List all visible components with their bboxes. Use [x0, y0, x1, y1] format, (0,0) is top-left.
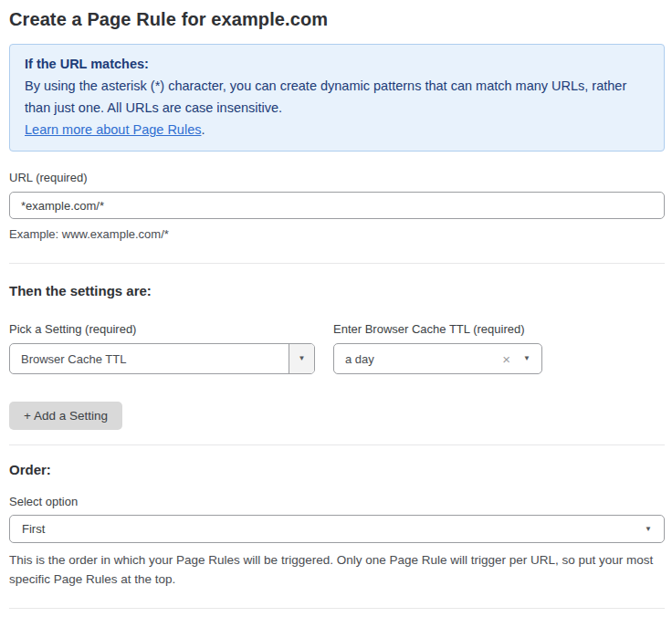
order-select-value: First — [22, 522, 45, 536]
settings-row: Pick a Setting (required) Browser Cache … — [9, 322, 665, 374]
url-field-label: URL (required) — [9, 171, 665, 184]
learn-more-link[interactable]: Learn more about Page Rules — [25, 122, 201, 137]
order-select[interactable]: First ▼ — [9, 515, 665, 543]
settings-section-heading: Then the settings are: — [9, 283, 665, 298]
cache-ttl-value: a day — [334, 352, 502, 366]
pick-setting-label: Pick a Setting (required) — [9, 322, 315, 336]
cache-ttl-dropdown[interactable]: a day × ▼ — [333, 343, 542, 374]
section-divider — [9, 444, 665, 445]
order-section-heading: Order: — [9, 462, 665, 477]
url-matches-info-banner: If the URL matches: By using the asteris… — [9, 44, 665, 152]
order-helper-text: This is the order in which your Page Rul… — [9, 550, 663, 589]
link-suffix: . — [201, 122, 205, 137]
info-banner-link-line: Learn more about Page Rules. — [25, 119, 649, 141]
dropdown-arrow-button[interactable]: ▼ — [289, 344, 314, 373]
order-select-label: Select option — [9, 495, 665, 508]
add-setting-button[interactable]: + Add a Setting — [9, 402, 122, 430]
chevron-down-icon: ▼ — [523, 355, 530, 362]
clear-icon[interactable]: × — [502, 352, 510, 366]
cache-ttl-dropdown-icons: × ▼ — [502, 352, 541, 366]
footer-divider — [9, 608, 665, 609]
chevron-down-icon: ▼ — [299, 355, 306, 362]
pick-setting-column: Pick a Setting (required) Browser Cache … — [9, 322, 315, 374]
pick-setting-value: Browser Cache TTL — [10, 352, 289, 366]
info-banner-heading: If the URL matches: — [25, 53, 649, 75]
section-divider — [9, 263, 665, 264]
pick-setting-dropdown[interactable]: Browser Cache TTL ▼ — [9, 343, 315, 374]
cache-ttl-column: Enter Browser Cache TTL (required) a day… — [333, 322, 542, 374]
info-banner-body: By using the asterisk (*) character, you… — [25, 75, 649, 119]
page-title: Create a Page Rule for example.com — [9, 9, 665, 30]
cache-ttl-label: Enter Browser Cache TTL (required) — [333, 322, 542, 336]
url-input[interactable] — [9, 192, 665, 219]
url-example-helper: Example: www.example.com/* — [9, 225, 665, 244]
chevron-down-icon: ▼ — [645, 526, 652, 533]
